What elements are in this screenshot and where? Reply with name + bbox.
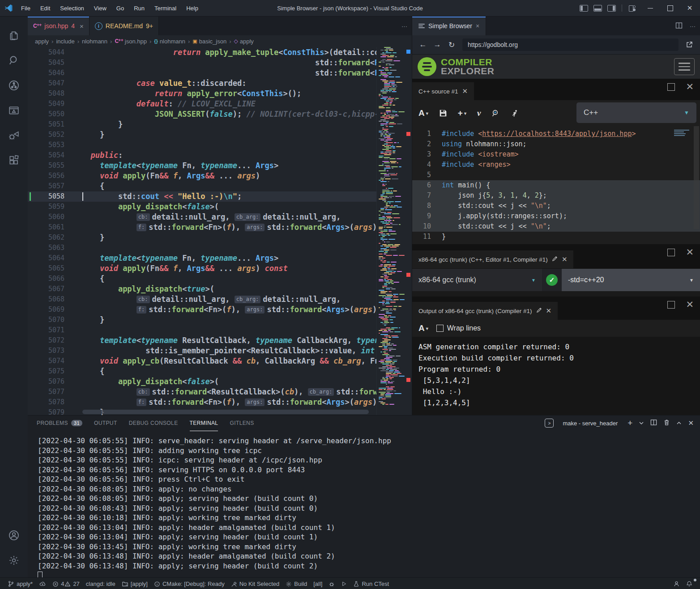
status-debug-target[interactable] <box>325 578 338 589</box>
code-line[interactable]: 5075 { <box>28 366 377 377</box>
code-line[interactable]: 5047 case value_t::discarded: <box>28 78 377 89</box>
language-select[interactable]: C++ ▼ <box>576 102 696 123</box>
maximize-button[interactable] <box>663 1 677 15</box>
horizontal-scrollbar[interactable] <box>82 410 369 414</box>
status-launch-target[interactable] <box>338 578 350 589</box>
status-problems-warnings[interactable]: 27 <box>64 578 82 589</box>
code-line[interactable]: 5078 f:std::forward<Fn>(f), args:std::fo… <box>28 397 377 407</box>
maximize-pane-icon[interactable] <box>667 83 675 91</box>
minimap[interactable] <box>376 47 405 415</box>
edit-title-icon[interactable] <box>536 307 542 314</box>
close-pane-icon[interactable]: ✕ <box>686 301 694 309</box>
open-external-icon[interactable] <box>683 38 696 51</box>
breadcrumb-item-apply[interactable]: apply <box>35 38 49 45</box>
toggle-sidebar-icon[interactable] <box>580 5 588 12</box>
overview-ruler[interactable] <box>405 47 412 415</box>
tab-json-hpp[interactable]: C⁺⁺ json.hpp 4 × <box>28 17 90 35</box>
terminal-dropdown-icon[interactable] <box>639 420 644 427</box>
menu-go[interactable]: Go <box>112 3 128 13</box>
code-line[interactable]: 8 std::cout << j << "\n"; <box>412 201 700 211</box>
status-cmake-build[interactable]: Build <box>282 578 310 589</box>
maximize-pane-icon[interactable] <box>667 301 675 309</box>
run-and-debug-icon[interactable] <box>3 123 25 148</box>
code-line[interactable]: 5062 } <box>28 233 377 243</box>
close-icon[interactable]: ✕ <box>546 307 552 315</box>
maximize-pane-icon[interactable] <box>667 249 675 256</box>
code-line[interactable]: 5058 std::cout << "Hello :-)\n"; <box>28 191 377 202</box>
code-line[interactable]: 5066 { <box>28 274 377 284</box>
status-feedback[interactable] <box>670 578 683 589</box>
customize-layout-icon[interactable] <box>628 5 636 11</box>
more-actions-icon[interactable]: ··· <box>401 23 407 30</box>
status-active-folder[interactable]: [apply] <box>119 578 151 589</box>
hamburger-menu-icon[interactable] <box>674 58 695 75</box>
breadcrumb-item-basic_json[interactable]: ▣basic_json <box>192 38 226 45</box>
code-line[interactable]: 5045 std::forward<Res <box>28 58 377 68</box>
code-line[interactable]: 5059 apply_dispatch<false>( <box>28 202 377 212</box>
panel-tab-output[interactable]: OUTPUT <box>94 415 117 431</box>
code-line[interactable]: 5046 std::forward<Fn> <box>28 68 377 78</box>
status-clangd-status[interactable]: clangd: idle <box>83 578 119 589</box>
code-line[interactable]: 10 std::cout << j << "\n"; <box>412 221 700 232</box>
inlay-hint[interactable]: args: <box>245 306 265 314</box>
new-terminal-icon[interactable]: + <box>627 418 632 428</box>
menu-view[interactable]: View <box>90 3 111 13</box>
url-input[interactable]: https://godbolt.org <box>462 38 679 51</box>
edit-title-icon[interactable] <box>552 256 558 263</box>
live-preview-icon[interactable] <box>3 98 25 123</box>
inlay-hint[interactable]: cb: <box>137 296 150 303</box>
panel-tab-problems[interactable]: PROBLEMS31 <box>37 415 82 431</box>
ce-logo-gear-icon[interactable] <box>418 57 436 76</box>
code-line[interactable]: 5064 template<typename Fn, typename... A… <box>28 253 377 263</box>
inlay-hint[interactable]: cb_arg: <box>235 213 261 221</box>
menu-file[interactable]: File <box>17 3 34 13</box>
inlay-hint[interactable]: cb: <box>137 213 150 221</box>
code-line[interactable]: 3#include <iostream> <box>412 149 700 160</box>
status-publish-changes[interactable] <box>36 578 49 589</box>
toggle-panel-icon[interactable] <box>593 5 602 12</box>
reload-icon[interactable]: ↻ <box>445 38 458 51</box>
breadcrumb-item-json.hpp[interactable]: C⁺⁺json.hpp <box>115 38 147 45</box>
settings-gear-icon[interactable] <box>3 548 25 573</box>
tab-readme-md[interactable]: i README.md 9+ <box>90 17 159 35</box>
code-line[interactable]: 7 json j{5, 3, 1, 4, 2}; <box>412 191 700 201</box>
inlay-hint[interactable]: cb: <box>137 388 150 396</box>
code-line[interactable]: 11} <box>412 232 700 242</box>
code-line[interactable]: 5076 apply_dispatch<false>( <box>28 377 377 387</box>
menu-help[interactable]: Help <box>182 3 202 13</box>
toggle-secondary-sidebar-icon[interactable] <box>607 5 616 12</box>
code-line[interactable]: 5073 std::is_member_pointer<ResultCallba… <box>28 346 377 356</box>
code-line[interactable]: 5077 cb:std::forward<ResultCallback>(cb)… <box>28 387 377 397</box>
close-panel-icon[interactable]: ✕ <box>688 419 694 427</box>
status-run-ctest[interactable]: Run CTest <box>350 578 392 589</box>
status-cmake-status[interactable]: CMake: [Debug]: Ready <box>151 578 228 589</box>
code-line[interactable]: 5051 } <box>28 119 377 130</box>
compiler-options-input[interactable]: -std=c++20 ▼ <box>562 269 700 291</box>
code-line[interactable]: 5060 cb:detail::null_arg, cb_arg:detail:… <box>28 212 377 222</box>
code-line[interactable]: 5061 f:std::forward<Fn>(f), args:std::fo… <box>28 222 377 233</box>
code-line[interactable]: 5057 { <box>28 181 377 191</box>
ce-scrollbar[interactable] <box>694 126 699 229</box>
code-line[interactable]: 5069 f:std::forward<Fn>(f), args:std::fo… <box>28 305 377 315</box>
split-terminal-icon[interactable] <box>650 419 657 427</box>
status-git-branch[interactable]: apply* <box>4 578 36 589</box>
code-line[interactable]: 5055 template<typename Fn, typename... A… <box>28 161 377 171</box>
breadcrumb-item-nlohmann[interactable]: {}nlohmann <box>154 38 185 45</box>
close-pane-icon[interactable]: ✕ <box>686 83 694 91</box>
breadcrumb-item-include[interactable]: include <box>56 38 74 45</box>
inlay-hint[interactable]: f: <box>137 398 146 406</box>
ce-output-tab[interactable]: Output of x86-64 gcc (trunk) (Compiler #… <box>412 302 558 320</box>
code-line[interactable]: 5044 return apply_make_tuple<ConstThis>(… <box>28 47 377 58</box>
back-icon[interactable]: ← <box>417 38 429 51</box>
inlay-hint[interactable]: cb_arg: <box>308 388 334 396</box>
compiler-select[interactable]: x86-64 gcc (trunk) ▼ <box>412 269 542 291</box>
code-line[interactable]: 5063 <box>28 243 377 253</box>
code-line[interactable]: 5 <box>412 170 700 180</box>
code-line[interactable]: 5052 } <box>28 130 377 140</box>
menu-selection[interactable]: Selection <box>56 3 88 13</box>
terminal-title[interactable]: make - serve_header <box>563 420 618 427</box>
search-icon[interactable] <box>3 48 25 73</box>
code-line[interactable]: 4#include <ranges> <box>412 160 700 170</box>
code-line[interactable]: 5054 public: <box>28 150 377 161</box>
status-cmake-kit[interactable]: No Kit Selected <box>228 578 283 589</box>
